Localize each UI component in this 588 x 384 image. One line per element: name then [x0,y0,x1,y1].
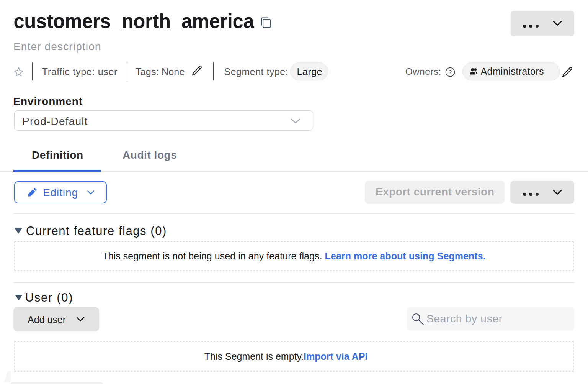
svg-text:?: ? [449,69,452,75]
